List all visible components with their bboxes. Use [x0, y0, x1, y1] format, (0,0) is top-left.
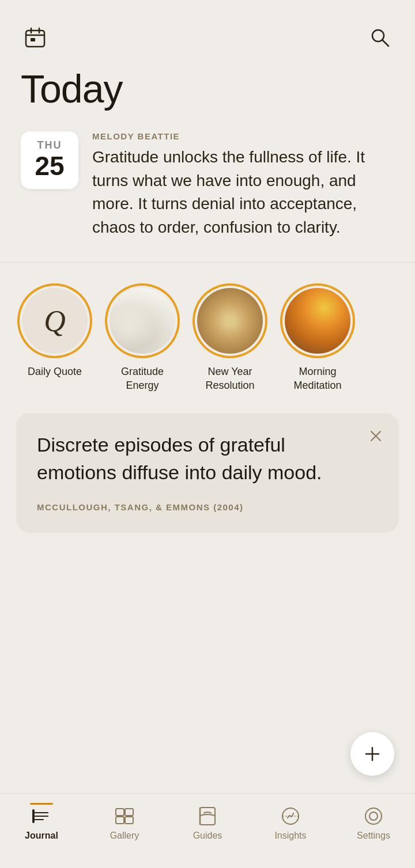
nav-item-insights[interactable]: Insights	[249, 803, 332, 841]
svg-rect-16	[125, 809, 133, 816]
nav-label-journal: Journal	[25, 831, 58, 841]
page-title: Today	[0, 63, 415, 126]
nav-label-gallery: Gallery	[110, 831, 139, 841]
svg-rect-17	[116, 817, 124, 824]
divider	[0, 262, 415, 263]
calendar-icon[interactable]	[21, 23, 50, 52]
quote-author: Melody Beattie	[92, 131, 394, 141]
story-item-morning-meditation[interactable]: MorningMeditation	[280, 283, 355, 392]
gallery-icon	[114, 805, 135, 827]
card-close-button[interactable]	[364, 424, 387, 448]
date-number: 25	[31, 151, 68, 181]
bottom-nav: Journal Gallery Guides	[0, 793, 415, 868]
nav-item-gallery[interactable]: Gallery	[83, 803, 166, 841]
card-section: Discrete episodes of grateful emotions d…	[0, 413, 415, 554]
header	[0, 0, 415, 63]
nav-item-journal[interactable]: Journal	[0, 803, 83, 841]
quote-text: Gratitude unlocks the fullness of life. …	[92, 146, 394, 239]
settings-icon	[363, 805, 384, 827]
story-q-letter: Q	[44, 304, 66, 338]
journal-icon	[31, 805, 52, 827]
svg-point-24	[365, 808, 382, 824]
svg-rect-15	[116, 809, 124, 816]
story-label-morning-meditation: MorningMeditation	[293, 365, 341, 392]
svg-line-6	[382, 40, 388, 46]
add-button[interactable]	[350, 732, 394, 776]
date-day: THU	[31, 139, 68, 151]
story-label-gratitude-energy: GratitudeEnergy	[121, 365, 164, 392]
story-item-new-year-resolution[interactable]: New YearResolution	[193, 283, 267, 392]
story-label-daily-quote: Daily Quote	[28, 365, 82, 378]
daily-quote-section: THU 25 Melody Beattie Gratitude unlocks …	[0, 126, 415, 262]
story-item-daily-quote[interactable]: Q Daily Quote	[17, 283, 92, 392]
svg-rect-4	[31, 38, 35, 41]
story-label-new-year-resolution: New YearResolution	[205, 365, 254, 392]
nav-item-settings[interactable]: Settings	[332, 803, 415, 841]
date-badge: THU 25	[21, 131, 78, 189]
svg-rect-14	[32, 809, 35, 823]
nav-label-insights: Insights	[274, 831, 306, 841]
stories-row: Q Daily Quote GratitudeEnergy New YearRe…	[0, 283, 415, 413]
quote-content: Melody Beattie Gratitude unlocks the ful…	[92, 131, 394, 239]
svg-rect-18	[125, 817, 133, 824]
search-icon[interactable]	[365, 23, 394, 52]
card-quote-author: MCCULLOUGH, TSANG, & EMMONS (2004)	[37, 502, 378, 512]
quote-card: Discrete episodes of grateful emotions d…	[16, 413, 399, 533]
nav-item-guides[interactable]: Guides	[166, 803, 249, 841]
svg-rect-19	[200, 808, 215, 825]
card-quote-text: Discrete episodes of grateful emotions d…	[37, 431, 378, 486]
guides-icon	[197, 805, 218, 827]
nav-label-settings: Settings	[357, 831, 390, 841]
insights-icon	[280, 805, 301, 827]
nav-label-guides: Guides	[193, 831, 222, 841]
story-item-gratitude-energy[interactable]: GratitudeEnergy	[105, 283, 180, 392]
svg-point-23	[369, 812, 378, 820]
